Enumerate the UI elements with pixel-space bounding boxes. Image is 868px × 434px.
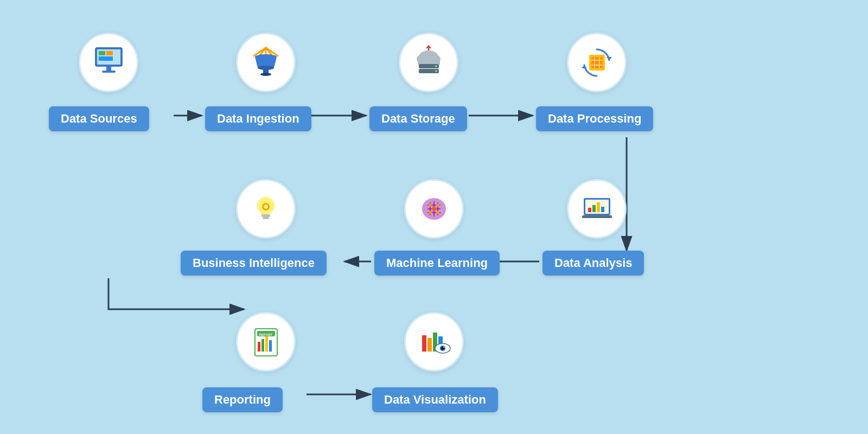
svg-rect-29: [418, 59, 440, 65]
svg-rect-37: [591, 57, 603, 68]
data-ingestion-icon: [236, 33, 296, 92]
svg-rect-72: [265, 336, 268, 352]
data-processing-badge: Data Processing: [536, 106, 653, 131]
svg-point-61: [436, 211, 439, 214]
svg-rect-12: [99, 51, 105, 55]
data-sources-badge: Data Sources: [49, 106, 149, 131]
svg-point-62: [432, 207, 436, 211]
svg-rect-71: [261, 339, 264, 352]
data-storage-icon: [399, 33, 458, 92]
svg-rect-74: [422, 335, 426, 352]
data-visualization-badge: Data Visualization: [372, 387, 498, 412]
data-processing-icon: [567, 33, 627, 92]
svg-rect-47: [592, 205, 596, 212]
data-analysis-badge: Data Analysis: [542, 251, 644, 276]
svg-rect-70: [258, 342, 260, 352]
reporting-badge: Reporting: [202, 387, 283, 412]
svg-rect-14: [99, 56, 113, 61]
data-storage-badge: Data Storage: [369, 106, 467, 131]
business-intelligence-badge: Business Intelligence: [181, 251, 327, 276]
svg-rect-73: [269, 340, 272, 352]
svg-marker-31: [426, 45, 431, 48]
svg-marker-42: [607, 57, 612, 60]
machine-learning-icon: [404, 179, 464, 239]
svg-point-25: [260, 73, 271, 76]
svg-rect-15: [106, 66, 111, 71]
svg-point-35: [435, 70, 437, 72]
svg-point-58: [429, 203, 432, 207]
svg-point-66: [264, 205, 268, 209]
svg-rect-13: [106, 51, 113, 55]
svg-rect-16: [102, 71, 116, 73]
svg-marker-43: [582, 65, 587, 68]
diagram-container: REPORT Data Sources Data Ingestion Data …: [0, 0, 868, 434]
data-ingestion-badge: Data Ingestion: [205, 106, 311, 131]
svg-point-60: [429, 211, 432, 214]
data-sources-icon: [79, 33, 138, 92]
svg-point-59: [436, 203, 439, 207]
svg-point-81: [443, 347, 444, 348]
reporting-icon: REPORT: [236, 312, 296, 372]
svg-rect-75: [427, 338, 432, 352]
data-analysis-icon: [567, 179, 627, 239]
svg-rect-64: [263, 217, 269, 219]
svg-rect-46: [588, 208, 591, 212]
machine-learning-badge: Machine Learning: [374, 251, 500, 276]
svg-text:REPORT: REPORT: [259, 333, 272, 336]
svg-rect-48: [597, 202, 600, 212]
svg-rect-49: [601, 207, 604, 212]
svg-rect-50: [582, 215, 612, 218]
business-intelligence-icon: [236, 179, 296, 239]
svg-rect-63: [261, 214, 270, 217]
data-visualization-icon: [404, 312, 464, 372]
svg-point-34: [435, 65, 437, 67]
